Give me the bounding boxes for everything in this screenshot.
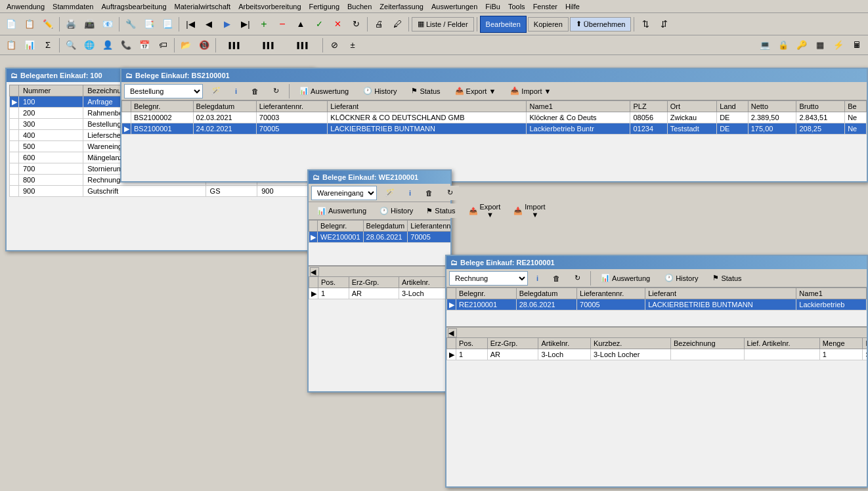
tb2-7[interactable]: 📞 [118,37,135,54]
bs-auswertung-btn[interactable]: 📊 Auswertung [293,84,355,98]
tb2-8[interactable]: 📅 [136,37,153,54]
tb2-9[interactable]: 🏷 [154,37,171,54]
re-tb-info[interactable]: i [531,271,544,286]
tb-fax[interactable]: 📠 [81,16,98,33]
tb2-6[interactable]: 👤 [99,37,116,54]
bs-row[interactable]: ▶ BS2100001 24.02.2021 70005 LACKIERBETR… [122,123,867,135]
uebernehmen-btn[interactable]: ⬆ Übernehmen [570,17,632,32]
tb-nav-first[interactable]: |◀ [182,16,199,33]
we-row[interactable]: ▶ WE2100001 28.06.2021 70005 LACKIERBETR… [309,232,451,243]
tb2-r3[interactable]: 🔑 [793,37,810,54]
re-tb-refresh[interactable]: ↻ [569,271,586,286]
menu-hilfe[interactable]: Hilfe [561,1,584,12]
re-auswertung-btn[interactable]: 📊 Auswertung [595,271,656,286]
menu-fenster[interactable]: Fenster [529,1,561,12]
we-history-btn[interactable]: 🕐 History [374,203,419,218]
menu-fibu[interactable]: FiBu [481,1,504,12]
menu-materialwirtschaft[interactable]: Materialwirtschaft [171,1,235,12]
bs-tb-wand[interactable]: 🪄 [206,84,227,98]
belegarten-row[interactable]: 900 Gutschrift GS 900 [10,186,310,197]
we-tb-wand[interactable]: 🪄 [380,186,401,200]
we-scrollbar[interactable]: ◀ [309,266,450,276]
we-dropdown[interactable]: Wareneingang [311,186,377,200]
tb-print[interactable]: 🖨️ [62,16,79,33]
we-tb-info[interactable]: i [403,186,417,200]
bs-tb-refresh[interactable]: ↻ [267,84,285,98]
tb2-3[interactable]: Σ [39,37,56,54]
tb-cancel[interactable]: ✕ [329,16,346,33]
liste-felder-btn[interactable]: ▦ Liste / Felder [412,17,474,32]
tb-sort-az[interactable]: ⇅ [637,16,654,33]
we-tb-refresh[interactable]: ↻ [441,186,459,200]
menu-auftragsbearbeitung[interactable]: Auftragsbearbeitung [97,1,170,12]
we-tb-delete[interactable]: 🗑 [420,186,439,200]
re-dropdown[interactable]: Rechnung [449,271,528,286]
tb-nav-prev[interactable]: ◀ [200,16,217,33]
tb2-11[interactable]: 📵 [196,37,213,54]
tb2-15[interactable]: ⊘ [326,37,343,54]
menu-stammdaten[interactable]: Stammdaten [49,1,97,12]
tb-email[interactable]: 📧 [99,16,116,33]
tb-nav-play[interactable]: ▶ [219,16,236,33]
re-status-btn[interactable]: ⚑ Status [706,271,747,286]
tb-remove[interactable]: − [274,16,291,33]
tb2-13[interactable]: ▌▌▌ [253,37,286,54]
bs-row[interactable]: BS2100002 02.03.2021 70003 KLÖCKNER & CO… [122,112,867,123]
tb2-1[interactable]: 📋 [3,37,20,54]
tb-printer2[interactable]: 🖨 [370,16,387,33]
menu-buchen[interactable]: Buchen [343,1,376,12]
tb2-r5[interactable]: ⚡ [830,37,847,54]
tb-check[interactable]: ✓ [311,16,328,33]
menu-anwendung[interactable]: Anwendung [3,1,49,12]
tb-doc2[interactable]: 📑 [141,16,158,33]
re-history-btn[interactable]: 🕐 History [659,271,704,286]
re-tb-delete[interactable]: 🗑 [547,271,566,286]
menu-zeiterfassung[interactable]: Zeiterfassung [376,1,427,12]
kopieren-btn[interactable]: Kopieren [528,17,569,32]
re-scrollbar[interactable]: ◀ [446,327,867,337]
tb-refresh[interactable]: ↻ [347,16,364,33]
tb2-4[interactable]: 🔍 [62,37,79,54]
tb2-5[interactable]: 🌐 [81,37,98,54]
bs-export-btn[interactable]: 📤 Export ▼ [449,84,502,98]
tb-add[interactable]: + [255,16,272,33]
we-auswertung-btn[interactable]: 📊 Auswertung [311,203,372,218]
tb2-r2[interactable]: 🔒 [775,37,792,54]
re-row[interactable]: ▶ RE2100001 28.06.2021 70005 LACKIERBETR… [447,299,867,310]
tb2-12[interactable]: ▌▌▌ [219,37,251,54]
re-pos-row[interactable]: ▶ 1 AR 3-Loch 3-Loch Locher 1 Stk [447,349,867,360]
bs-import-btn[interactable]: 📥 Import ▼ [504,84,557,98]
tb-paint[interactable]: 🖊 [389,16,406,33]
tb-nav-last[interactable]: ▶| [237,16,254,33]
bs-dropdown[interactable]: Bestellung [124,84,203,98]
we-pos-row[interactable]: ▶ 1 AR 3-Loch [309,288,450,299]
bearbeiten-btn[interactable]: Bearbeiten [480,16,527,33]
re-scroll-left[interactable]: ◀ [448,328,457,337]
menu-tools[interactable]: Tools [504,1,529,12]
scroll-left-btn[interactable]: ◀ [310,267,319,276]
tb2-r6[interactable]: 🖩 [848,37,865,54]
we-import-btn[interactable]: 📥 Import ▼ [508,203,551,218]
tb-sort-za[interactable]: ⇵ [655,16,672,33]
tb2-2[interactable]: 📊 [21,37,38,54]
menu-fertigung[interactable]: Fertigung [305,1,343,12]
we-status-btn[interactable]: ⚑ Status [420,203,461,218]
we-export-btn[interactable]: 📤 Export ▼ [463,203,507,218]
menu-arbeitsvorbereitung[interactable]: Arbeitsvorbereitung [234,1,305,12]
bs-history-btn[interactable]: 🕐 History [357,84,402,98]
menu-auswertungen[interactable]: Auswertungen [427,1,481,12]
tb2-10[interactable]: 📂 [177,37,194,54]
bs-tb-delete[interactable]: 🗑 [246,84,265,98]
tb-wrench[interactable]: 🔧 [122,16,139,33]
tb2-14[interactable]: ▌▌▌ [287,37,320,54]
tb2-r4[interactable]: ▦ [812,37,829,54]
tb-new[interactable]: 📄 [3,16,20,33]
tb-doc3[interactable]: 📃 [159,16,176,33]
tb2-16[interactable]: ± [344,37,361,54]
bs-status-btn[interactable]: ⚑ Status [405,84,446,98]
tb-edit[interactable]: ✏️ [39,16,56,33]
tb-copy-doc[interactable]: 📋 [21,16,38,33]
tb2-r1[interactable]: 💻 [756,37,773,54]
tb-up[interactable]: ▲ [292,16,309,33]
bs-tb-info[interactable]: i [229,84,243,98]
